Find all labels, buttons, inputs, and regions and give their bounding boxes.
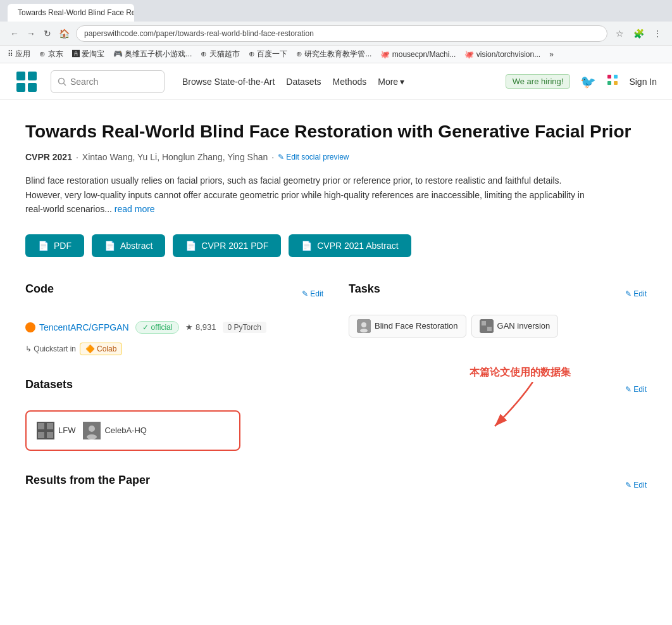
tasks-edit-link[interactable]: ✎ Edit [625, 289, 647, 298]
results-section-header: Results from the Paper ✎ Edit [25, 474, 647, 497]
repo-link[interactable]: TencentARC/GFPGAN [39, 322, 129, 332]
bookmark-tmall[interactable]: ⊕ 天猫超市 [201, 49, 239, 60]
bookmark-jd[interactable]: ⊕ 京东 [39, 49, 63, 60]
nav-browse[interactable]: Browse State-of-the-Art [182, 77, 275, 87]
repo-card: TencentARC/GFPGAN ✓ official ★ 8,931 0 P… [25, 315, 323, 340]
svg-rect-15 [487, 327, 492, 331]
cvpr-pdf-button[interactable]: 📄 CVPR 2021 PDF [173, 234, 281, 257]
bookmark-github2[interactable]: 🐙 vision/torchvision... [464, 50, 540, 59]
stars-number: 8,931 [196, 322, 216, 332]
pdf-button[interactable]: 📄 PDF [25, 234, 84, 257]
task-badges: Blind Face Restoration GAN inversion [349, 315, 647, 338]
search-box[interactable] [51, 70, 165, 93]
pdf-icon: 📄 [38, 241, 49, 251]
paper-meta: CVPR 2021 · Xintao Wang, Yu Li, Honglun … [25, 152, 647, 162]
check-icon: ✓ [142, 323, 149, 332]
svg-rect-9 [614, 81, 618, 85]
star-icon: ★ [185, 322, 193, 332]
tab-label: Towards Real-World Blind Face Restoratio… [18, 8, 134, 17]
svg-point-11 [361, 322, 366, 327]
abstract-button[interactable]: 📄 Abstract [92, 234, 165, 257]
edit-icon: ✎ [278, 153, 284, 161]
forward-button[interactable]: → [24, 27, 38, 41]
colab-label: Colab [97, 344, 116, 353]
bookmark-baidu[interactable]: ⊕ 百度一下 [249, 49, 287, 60]
abstract-icon: 📄 [104, 241, 115, 251]
cvpr-pdf-icon: 📄 [185, 241, 196, 251]
cvpr-abstract-label: CVPR 2021 Abstract [317, 241, 398, 251]
bookmark-aitaobao[interactable]: 🅰 爱淘宝 [72, 49, 104, 60]
extensions-button[interactable]: 🧩 [632, 27, 645, 41]
results-section: Results from the Paper ✎ Edit [25, 474, 647, 497]
svg-rect-0 [16, 72, 25, 80]
code-tasks-section: Code ✎ Edit TencentARC/GFPGAN ✓ official… [25, 282, 647, 355]
hiring-badge[interactable]: We are hiring! [506, 74, 571, 89]
svg-rect-18 [38, 423, 44, 429]
nav-methods[interactable]: Methods [333, 77, 367, 87]
abstract-content: Blind face restoration usually relies on… [25, 175, 585, 214]
home-button[interactable]: 🏠 [57, 27, 71, 41]
svg-rect-6 [607, 75, 611, 79]
code-edit-link[interactable]: ✎ Edit [302, 289, 323, 298]
task-blind-face[interactable]: Blind Face Restoration [349, 315, 466, 338]
edit-social-link[interactable]: ✎ Edit social preview [278, 153, 349, 161]
paper-venue: CVPR 2021 [25, 152, 72, 162]
datasets-heading: Datasets [25, 378, 73, 391]
svg-point-4 [59, 78, 65, 84]
dataset-lfw[interactable]: LFW [37, 422, 75, 439]
menu-button[interactable]: ⋮ [650, 27, 664, 41]
tasks-section-header: Tasks ✎ Edit [349, 282, 647, 306]
browser-tab[interactable]: Towards Real-World Blind Face Restoratio… [8, 4, 134, 22]
slack-icon[interactable] [606, 73, 619, 89]
address-bar[interactable]: paperswithcode.com/paper/towards-real-wo… [76, 25, 607, 42]
bookmark-apps[interactable]: ⠿ 应用 [8, 49, 30, 60]
svg-point-23 [89, 426, 95, 432]
quickstart-row: ↳ Quickstart in 🔶 Colab [25, 343, 323, 355]
tasks-section: Tasks ✎ Edit Blind Face Restoration [349, 282, 647, 355]
quickstart-label: ↳ Quickstart in [25, 344, 76, 353]
nav-more-label: More [378, 77, 398, 87]
meta-separator: · [76, 152, 78, 162]
reload-button[interactable]: ↻ [40, 27, 54, 41]
colab-badge[interactable]: 🔶 Colab [80, 343, 122, 355]
bookmark-game[interactable]: 🎮 奥维五子棋小游戏... [113, 49, 192, 60]
datasets-edit-link[interactable]: ✎ Edit [625, 385, 647, 394]
main-content: Towards Real-World Blind Face Restoratio… [0, 100, 672, 540]
results-edit-link[interactable]: ✎ Edit [625, 481, 647, 489]
code-heading: Code [25, 282, 54, 296]
bookmark-button[interactable]: ☆ [613, 27, 626, 41]
twitter-icon[interactable]: 🐦 [580, 74, 596, 89]
bookmark-edu[interactable]: ⊕ 研究生教育教学管... [296, 49, 371, 60]
pdf-label: PDF [54, 241, 72, 251]
stars-count: ★ 8,931 [185, 322, 216, 332]
cvpr-abstract-button[interactable]: 📄 CVPR 2021 Abstract [289, 234, 411, 257]
search-input[interactable] [70, 77, 152, 87]
datasets-box: LFW CelebA-HQ [25, 410, 240, 451]
bookmark-github1[interactable]: 🐙 mousecpn/Machi... [380, 50, 456, 59]
back-button[interactable]: ← [8, 27, 22, 41]
sign-in-button[interactable]: Sign In [629, 77, 657, 87]
button-row: 📄 PDF 📄 Abstract 📄 CVPR 2021 PDF 📄 CVPR … [25, 234, 647, 257]
task-gan-inversion[interactable]: GAN inversion [471, 315, 559, 338]
nav-datasets[interactable]: Datasets [286, 77, 321, 87]
search-icon [58, 77, 66, 86]
svg-rect-2 [16, 83, 25, 92]
paper-authors: Xintao Wang, Yu Li, Honglun Zhang, Ying … [82, 152, 268, 162]
svg-rect-1 [28, 72, 37, 80]
datasets-section-header: Datasets ✎ Edit [25, 378, 647, 401]
svg-rect-7 [614, 75, 618, 79]
bookmark-more[interactable]: » [549, 50, 554, 59]
dataset-celeba[interactable]: CelebA-HQ [83, 422, 146, 439]
svg-rect-3 [28, 83, 37, 92]
read-more-link[interactable]: read more [115, 204, 155, 214]
cvpr-pdf-label: CVPR 2021 PDF [201, 241, 268, 251]
tasks-heading: Tasks [349, 282, 380, 296]
abstract-text: Blind face restoration usually relies on… [25, 174, 595, 216]
datasets-section: Datasets ✎ Edit 本篇论文使用的数据集 [25, 378, 647, 451]
site-logo[interactable] [15, 70, 38, 93]
gan-inversion-label: GAN inversion [497, 321, 551, 331]
site-navbar: Browse State-of-the-Art Datasets Methods… [0, 63, 672, 100]
nav-more[interactable]: More ▾ [378, 77, 404, 87]
official-badge: ✓ official [135, 321, 180, 334]
lfw-icon [37, 422, 54, 439]
